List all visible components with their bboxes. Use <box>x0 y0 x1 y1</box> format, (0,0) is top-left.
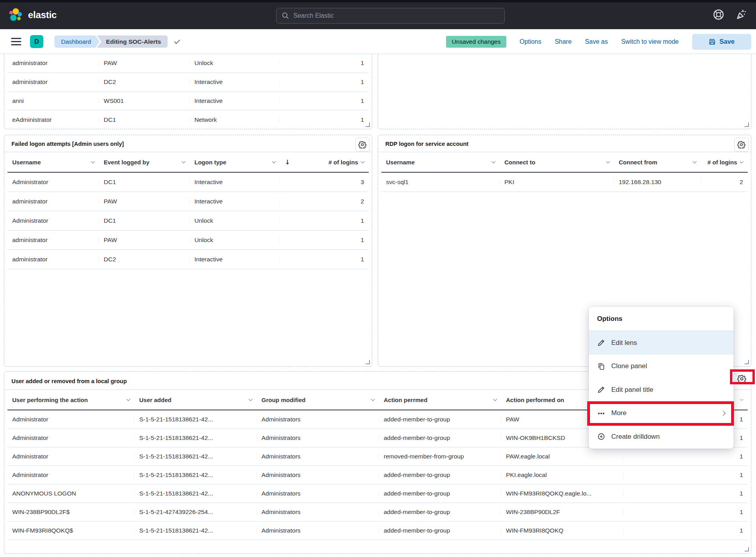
chevron-down-icon <box>182 159 186 163</box>
table-row: AdministratorS-1-5-21-1518138621-42...Ad… <box>7 466 748 484</box>
space-avatar[interactable]: D <box>30 35 43 48</box>
chevron-down-icon <box>492 159 496 163</box>
column-header-group-modified[interactable]: Group modified <box>257 397 379 403</box>
app-header: elastic Search Elastic <box>0 0 756 29</box>
table-row: administratorPAWInteractive2 <box>7 192 369 211</box>
help-icon[interactable] <box>713 9 724 20</box>
table-cell: administrator <box>7 237 99 244</box>
pencil-icon <box>597 386 605 393</box>
switch-to-view-mode-button[interactable]: Switch to view mode <box>621 38 679 45</box>
dashboard-toolbar: D Dashboard Editing SOC-Alerts Unsaved c… <box>0 29 756 54</box>
save-as-button[interactable]: Save as <box>585 38 608 45</box>
column-header-logon-type[interactable]: Logon type <box>190 159 280 166</box>
panel-gear-button[interactable] <box>734 138 749 152</box>
column-header-username[interactable]: Username <box>7 159 99 166</box>
chevron-right-icon <box>721 411 726 416</box>
chevron-down-icon <box>740 399 744 401</box>
column-header-connect-from[interactable]: Connect from <box>614 159 701 166</box>
gear-icon <box>737 141 745 149</box>
table-cell: Administrators <box>257 527 379 534</box>
table-cell: Interactive <box>190 78 280 86</box>
table-cell: 3 <box>280 179 369 186</box>
panel-title: Failed logon attempts [Admin users only] <box>4 135 372 152</box>
table-cell: 2 <box>701 179 748 186</box>
column-header-user-performing-action[interactable]: User performing the action <box>7 397 134 403</box>
table-cell: S-1-5-21-1518138621-42... <box>134 490 257 497</box>
panel-resize-handle[interactable] <box>745 360 749 364</box>
menu-item-more[interactable]: More <box>589 402 734 425</box>
table-cell: S-1-5-21-1518138621-42... <box>134 434 257 442</box>
save-button[interactable]: Save <box>692 34 751 50</box>
gear-icon <box>358 141 366 149</box>
panel-options-context-menu: Options Edit lens Clone panel Edit panel… <box>589 307 734 449</box>
menu-item-create-drilldown[interactable]: Create drilldown <box>589 425 734 449</box>
panel-gear-button[interactable] <box>735 373 749 385</box>
table-cell: Administrator <box>7 453 134 460</box>
panel-resize-handle[interactable] <box>745 547 749 551</box>
search-icon <box>282 12 289 19</box>
table-cell: 1 <box>623 527 748 534</box>
options-button[interactable]: Options <box>520 38 541 45</box>
column-header-connect-to[interactable]: Connect to <box>500 159 614 166</box>
table-cell: PKI.eagle.local <box>501 471 623 479</box>
boxes-horizontal-icon <box>597 410 605 417</box>
logon-table-truncated: administratorPAWUnlock1administratorDC2I… <box>7 54 369 129</box>
table-cell: Interactive <box>190 256 280 263</box>
table-header-row: Username Event logged by Logon type # of… <box>7 152 369 173</box>
table-cell: 1 <box>280 237 369 244</box>
column-header-user-added[interactable]: User added <box>134 397 257 403</box>
table-cell: S-1-5-21-1518138621-42... <box>134 527 257 534</box>
table-cell: PAW.eagle.local <box>501 453 623 460</box>
panel-resize-handle[interactable] <box>366 123 370 127</box>
table-cell: WIN-238BP90DL2F$ <box>7 509 134 516</box>
breadcrumb-dashboard[interactable]: Dashboard <box>54 35 100 48</box>
menu-icon[interactable] <box>11 38 21 45</box>
table-cell: 1 <box>623 471 748 479</box>
plus-in-circle-icon <box>597 433 605 440</box>
share-button[interactable]: Share <box>555 38 572 45</box>
chevron-down-icon <box>693 159 697 163</box>
news-icon[interactable] <box>735 9 747 20</box>
table-cell: administrator <box>7 60 99 67</box>
breadcrumb-current-page[interactable]: Editing SOC-Alerts <box>97 35 168 48</box>
table-cell: PAW <box>99 198 190 205</box>
table-cell: Interactive <box>190 97 280 104</box>
table-cell: 1 <box>280 60 369 67</box>
table-cell: svc-sql1 <box>381 179 500 186</box>
column-header-username[interactable]: Username <box>381 159 500 166</box>
table-row: WIN-238BP90DL2F$S-1-5-21-427439226-254..… <box>7 503 748 522</box>
panel-gear-button[interactable] <box>355 138 370 152</box>
table-cell: removed-member-from-group <box>379 453 501 460</box>
menu-item-clone-panel[interactable]: Clone panel <box>589 355 734 378</box>
panel-failed-logon-attempts: Failed logon attempts [Admin users only]… <box>4 135 372 367</box>
table-cell: administrator <box>7 198 99 205</box>
table-cell: 1 <box>623 490 748 497</box>
gear-icon <box>737 374 746 383</box>
table-cell: WIN-FM93RI8QOKQ <box>501 527 623 534</box>
table-cell: administrator <box>7 78 99 86</box>
panel-empty <box>378 54 751 129</box>
table-cell: S-1-5-21-427439226-254... <box>134 509 257 516</box>
table-row: svc-sql1PKI192.168.28.1302 <box>381 173 748 192</box>
table-cell: Administrators <box>257 416 379 423</box>
search-input[interactable]: Search Elastic <box>276 8 505 24</box>
column-header-num-logins[interactable]: # of logins <box>280 158 369 166</box>
menu-item-edit-lens[interactable]: Edit lens <box>589 331 734 355</box>
chevron-down-icon <box>91 159 95 163</box>
table-cell: Interactive <box>190 179 280 186</box>
panel-resize-handle[interactable] <box>745 123 749 127</box>
table-cell: 2 <box>280 198 369 205</box>
column-header-action-performed[interactable]: Action perrmed <box>379 397 501 403</box>
column-header-event-logged-by[interactable]: Event logged by <box>99 159 190 166</box>
brand-wordmark: elastic <box>28 9 57 20</box>
chevron-down-icon <box>740 159 744 163</box>
panel-resize-handle[interactable] <box>366 360 370 364</box>
table-header-row: Username Connect to Connect from # of lo… <box>381 152 748 173</box>
dashboard-app: elastic Search Elastic <box>0 0 756 557</box>
table-cell: Unlock <box>190 60 280 67</box>
table-cell: Administrator <box>7 179 99 186</box>
column-header-num-logins[interactable]: # of logins <box>701 159 748 166</box>
chevron-down-icon <box>371 397 375 401</box>
menu-item-edit-panel-title[interactable]: Edit panel title <box>589 378 734 402</box>
table-cell: Unlock <box>190 217 280 224</box>
